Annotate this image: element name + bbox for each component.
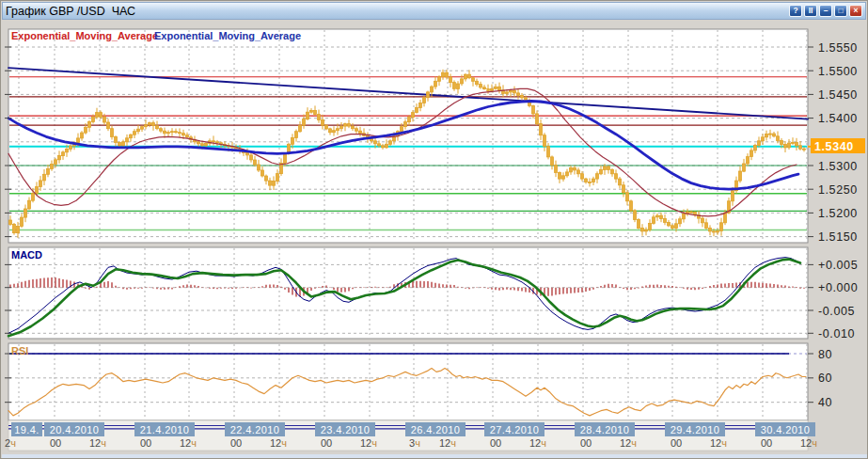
price-tick-label: 1.5250 — [818, 183, 858, 197]
close-button[interactable]: × — [849, 5, 862, 17]
date-label: 23.4.2010 — [321, 424, 371, 435]
minimize-button[interactable]: – — [819, 5, 832, 17]
price-tick-label: 1.5150 — [818, 230, 858, 244]
rsi-pane-label: RSI — [11, 345, 28, 356]
window-bottom-edge — [2, 454, 868, 459]
rsi-tick-label: 40 — [818, 396, 832, 409]
hour-label: 00 — [490, 437, 501, 449]
price-tick-label: 1.5550 — [818, 41, 858, 55]
help-icon: ? — [793, 6, 797, 15]
hour-label: 12ч — [439, 437, 456, 449]
maximize-button[interactable]: □ — [834, 5, 847, 17]
window-title: График GBP /USD ЧАС — [6, 5, 135, 18]
hour-label: 00 — [671, 437, 682, 449]
pause-icon: II — [809, 6, 813, 15]
macd-tick-label: +0.000 — [818, 281, 858, 294]
hour-label: 00 — [761, 437, 772, 449]
rsi-pane[interactable] — [8, 343, 808, 420]
price-tick-label: 1.5200 — [818, 207, 858, 220]
macd-tick-label: -0.005 — [818, 305, 855, 318]
date-label: 30.4.2010 — [761, 424, 811, 435]
hour-label: 12ч — [89, 437, 106, 449]
maximize-icon: □ — [838, 6, 843, 15]
rsi-tick-label: 60 — [818, 372, 832, 385]
date-label: 29.4.2010 — [671, 424, 720, 435]
minimize-icon: – — [824, 6, 829, 15]
help-button[interactable]: ? — [789, 5, 802, 17]
price-tick-label: 1.5500 — [818, 65, 858, 78]
hour-label: 12ч — [529, 437, 546, 449]
window-titlebar[interactable]: График GBP /USD ЧАС ? II – □ × — [2, 2, 866, 20]
chart-canvas[interactable]: 1.55501.55001.54501.54001.53001.52501.52… — [1, 1, 868, 459]
hour-label: 00 — [321, 437, 332, 449]
close-icon: × — [854, 6, 859, 15]
date-label: 21.4.2010 — [140, 424, 190, 435]
macd-pane[interactable] — [8, 247, 808, 339]
hour-label: 12ч — [180, 437, 197, 449]
price-tick-label: 1.5450 — [818, 88, 858, 102]
date-label: 27.4.2010 — [490, 424, 540, 435]
current-price-label: 1.5340 — [814, 140, 854, 153]
ema-slow-legend: Exponential_Moving_Average — [154, 30, 301, 41]
window-controls: ? II – □ × — [789, 5, 862, 17]
hour-label: 2ч — [5, 437, 16, 449]
hour-label: 00 — [580, 437, 592, 449]
hour-label: 12ч — [360, 437, 377, 449]
price-tick-label: 1.5400 — [818, 112, 858, 125]
hour-label: 12ч — [270, 437, 287, 449]
hour-label: 00 — [50, 437, 61, 449]
hour-label: 12ч — [620, 437, 637, 449]
rsi-tick-label: 80 — [818, 348, 832, 361]
price-tick-label: 1.5300 — [818, 160, 858, 173]
chart-window: График GBP /USD ЧАС ? II – □ × 1.55501.5… — [0, 0, 868, 459]
hour-label: 3ч — [409, 437, 420, 449]
hour-label: 00 — [230, 437, 242, 449]
date-label: 19.4. — [14, 424, 39, 435]
date-label: 28.4.2010 — [580, 424, 630, 435]
hour-label: 00 — [140, 437, 151, 449]
date-label: 20.4.2010 — [50, 424, 100, 435]
ema-fast-legend: Exponential_Moving_Average — [11, 30, 158, 41]
macd-tick-label: +0.005 — [818, 259, 858, 272]
macd-tick-label: -0.010 — [818, 327, 855, 340]
macd-pane-label: MACD — [11, 249, 42, 261]
date-label: 26.4.2010 — [411, 424, 461, 435]
collapse-button[interactable]: II — [804, 5, 817, 17]
date-label: 22.4.2010 — [230, 424, 280, 435]
hour-label: 12ч — [800, 437, 817, 449]
hour-label: 12ч — [710, 437, 727, 449]
